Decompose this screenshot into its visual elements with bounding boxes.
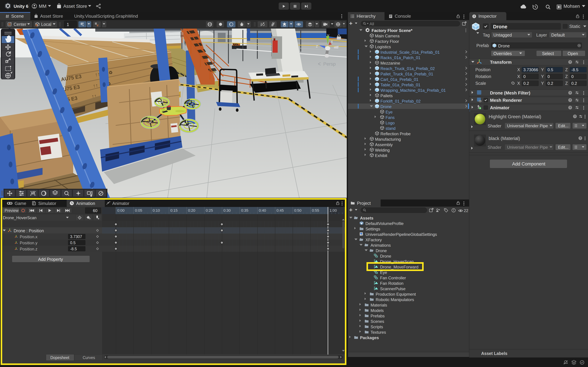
svg-text:?: ? (580, 137, 581, 140)
svg-text:↑↑: ↑↑ (93, 83, 98, 89)
svg-text:♻: ♻ (108, 70, 113, 75)
svg-text:z: z (316, 43, 318, 49)
svg-text:x: x (331, 39, 333, 44)
svg-text:?: ? (570, 91, 571, 94)
svg-text:?: ? (570, 106, 571, 109)
svg-text:?: ? (570, 60, 571, 63)
svg-text:?: ? (570, 99, 571, 101)
svg-text:Persp: Persp (323, 61, 336, 67)
svg-text:Y: Y (82, 24, 84, 27)
svg-text:?: ? (574, 115, 576, 118)
